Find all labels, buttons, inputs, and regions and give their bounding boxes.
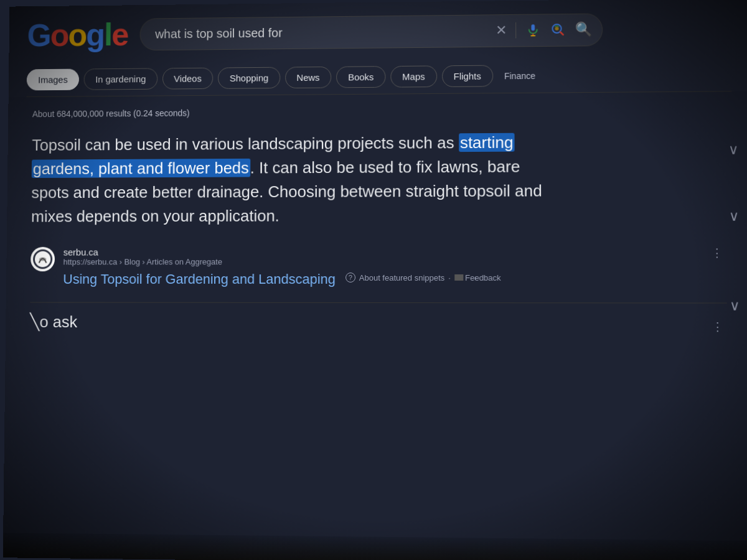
google-logo: Google — [27, 16, 128, 54]
snippet-text-part1: Topsoil can be used in various landscapi… — [32, 133, 459, 154]
source-card: serbu.ca https://serbu.ca › Blog › Artic… — [31, 246, 727, 287]
source-article-link[interactable]: Using Topsoil for Gardening and Landscap… — [63, 271, 336, 287]
search-bar-wrapper[interactable]: what is top soil used for ✕ — [140, 13, 603, 50]
top-bar: Google what is top soil used for ✕ — [27, 9, 731, 54]
logo-o1: o — [50, 17, 68, 53]
snippet-text-block: Topsoil can be used in various landscapi… — [31, 130, 637, 229]
logo-g: G — [27, 17, 50, 53]
lens-search-icon[interactable] — [550, 22, 566, 38]
question-circle-icon: ? — [345, 273, 355, 282]
screen-bottom-edge — [3, 533, 747, 560]
source-header-row: serbu.ca https://serbu.ca › Blog › Artic… — [63, 246, 727, 268]
tab-images[interactable]: Images — [27, 69, 80, 91]
results-count: About 684,000,000 results (0.24 seconds) — [32, 104, 726, 119]
clear-search-icon[interactable]: ✕ — [496, 22, 507, 39]
results-area: About 684,000,000 results (0.24 seconds)… — [6, 91, 747, 352]
feedback-group: Feedback — [454, 273, 501, 282]
logo-g2: g — [86, 17, 104, 52]
about-snippets-group: ? About featured snippets · Feedback — [345, 273, 501, 282]
section-divider — [30, 302, 726, 303]
logo-o2: o — [68, 17, 86, 53]
source-info: serbu.ca https://serbu.ca › Blog › Artic… — [63, 246, 726, 287]
paa-label: ╲o ask — [30, 312, 77, 331]
search-bar[interactable]: what is top soil used for ✕ — [140, 13, 603, 50]
snippet-highlight-gardens: gardens, plant and flower beds — [32, 159, 250, 178]
search-icons-group: ✕ — [496, 21, 592, 38]
tab-in-gardening[interactable]: In gardening — [84, 68, 157, 90]
source-breadcrumb: https://serbu.ca › Blog › Articles on Ag… — [63, 257, 222, 266]
search-query-text: what is top soil used for — [155, 26, 283, 41]
feedback-link[interactable]: Feedback — [465, 273, 501, 282]
logo-l: l — [104, 17, 112, 52]
source-favicon-inner — [33, 250, 52, 269]
tab-videos[interactable]: Videos — [162, 68, 214, 90]
paa-expand-chevron[interactable]: ∨ — [730, 297, 740, 313]
svg-rect-0 — [532, 24, 535, 30]
tab-shopping[interactable]: Shopping — [218, 67, 280, 89]
expand-chevrons-container: ∨ ∨ — [728, 142, 740, 225]
expand-chevron-2[interactable]: ∨ — [729, 208, 740, 225]
snippet-text-part4: mixes depends on your application. — [31, 207, 280, 226]
dot-separator: · — [448, 273, 451, 282]
source-details: serbu.ca https://serbu.ca › Blog › Artic… — [63, 246, 223, 268]
people-also-ask-section: ╲o ask ⋮ — [30, 312, 728, 339]
source-bottom-row: Using Topsoil for Gardening and Landscap… — [63, 268, 726, 287]
icon-divider — [515, 22, 516, 39]
tab-books[interactable]: Books — [336, 66, 385, 88]
snippet-highlight-starting: starting — [459, 133, 515, 152]
paa-chevron-container: ∨ — [730, 297, 740, 314]
screen-container: Google what is top soil used for ✕ — [3, 0, 747, 560]
voice-search-icon[interactable] — [525, 22, 541, 38]
header: Google what is top soil used for ✕ — [9, 0, 747, 97]
expand-chevron-1[interactable]: ∨ — [728, 142, 739, 158]
snippet-text-part3: spots and create better drainage. Choosi… — [31, 181, 542, 202]
paa-header-row: ╲o ask ⋮ — [30, 312, 728, 339]
filter-tabs-bar: Images In gardening Videos Shopping News… — [27, 57, 732, 97]
source-more-options-icon[interactable]: ⋮ — [707, 246, 726, 259]
source-favicon — [31, 247, 55, 271]
logo-e: e — [111, 17, 128, 52]
snippet-text-part2: . It can also be used to fix lawns, bare — [250, 157, 520, 177]
featured-snippet: Topsoil can be used in various landscapi… — [31, 129, 726, 229]
tab-maps[interactable]: Maps — [390, 65, 436, 87]
svg-point-4 — [555, 27, 559, 30]
tab-finance[interactable]: Finance — [498, 65, 542, 85]
source-meta-right: ⋮ — [707, 246, 726, 259]
search-submit-icon[interactable]: 🔍 — [575, 21, 592, 37]
source-domain: serbu.ca — [63, 246, 222, 257]
feedback-icon — [454, 274, 463, 281]
about-featured-snippets-link[interactable]: About featured snippets — [359, 273, 444, 282]
paa-more-options-icon[interactable]: ⋮ — [708, 319, 727, 333]
tab-flights[interactable]: Flights — [442, 65, 493, 87]
tab-news[interactable]: News — [285, 67, 332, 88]
paa-section-title: ╲o ask — [30, 312, 77, 332]
svg-point-6 — [39, 258, 47, 261]
